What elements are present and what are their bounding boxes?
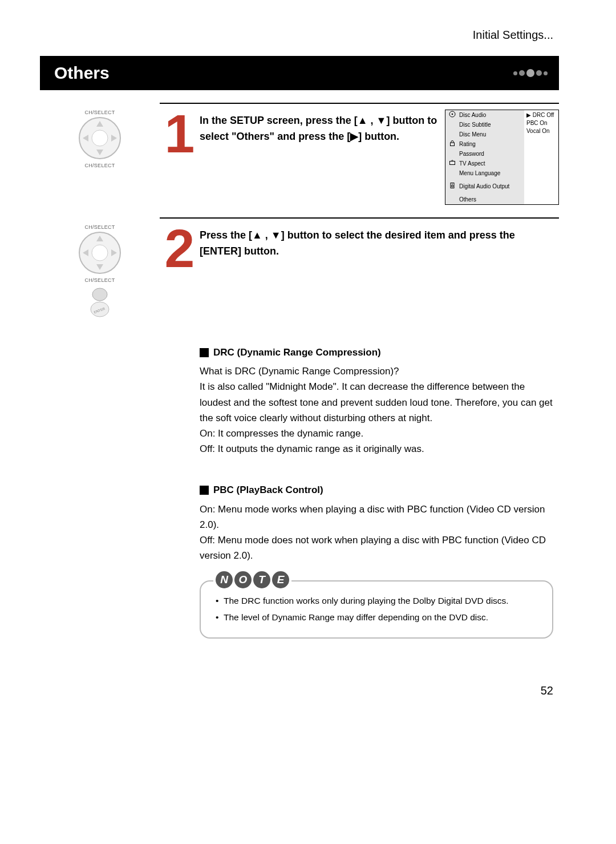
step-number-2: 2 [160, 224, 200, 273]
step-number-1: 1 [160, 110, 200, 159]
dpad-icon [77, 230, 123, 276]
drc-definition: DRC (Dynamic Range Compression) What is … [200, 345, 553, 457]
svg-point-14 [92, 245, 108, 261]
svg-point-12 [452, 184, 453, 185]
enter-button-icon: ENTER [88, 286, 111, 319]
title-bar: Others [40, 56, 559, 90]
remote-illustration-2: CH/SELECT CH/SELECT ENTER [40, 224, 160, 319]
svg-point-1 [92, 130, 108, 146]
pbc-definition: PBC (PlayBack Control) On: Menu mode wor… [200, 482, 553, 563]
svg-point-11 [451, 185, 453, 187]
svg-point-7 [452, 114, 453, 115]
note-box: N O T E The DRC function works only duri… [200, 580, 553, 639]
rule [160, 217, 559, 219]
step-1: CH/SELECT CH/SELECT 1 In the SETUP scree… [40, 110, 559, 205]
step-text-2: Press the [▲ , ▼] button to select the d… [200, 224, 559, 260]
breadcrumb: Initial Settings... [40, 29, 559, 42]
dpad-icon [77, 115, 123, 161]
setup-menu-preview: Disc Audio Disc Subtitle Disc Menu Ratin… [445, 110, 559, 205]
page-number: 52 [40, 684, 559, 697]
note-label: N O T E [213, 571, 291, 588]
decorative-dots [513, 69, 548, 77]
speaker-icon [449, 182, 456, 189]
drc-heading: DRC (Dynamic Range Compression) [200, 345, 553, 360]
page-title: Others [54, 63, 110, 83]
setup-menu-right: ▶ DRC Off PBC On Vocal On [524, 110, 558, 204]
svg-rect-9 [450, 161, 455, 165]
lock-icon [449, 140, 456, 147]
step-text-1: In the SETUP screen, press the [▲ , ▼] b… [200, 110, 445, 145]
pbc-heading: PBC (PlayBack Control) [200, 482, 553, 498]
tv-icon [449, 159, 456, 166]
rule [160, 103, 559, 104]
remote-illustration-1: CH/SELECT CH/SELECT [40, 110, 160, 168]
note-item: The DRC function works only during playi… [214, 594, 538, 608]
disc-icon [449, 111, 456, 118]
svg-rect-8 [451, 143, 455, 146]
note-item: The level of Dynamic Range may differ de… [214, 611, 538, 625]
step-2: CH/SELECT CH/SELECT ENTER 2 Press the [▲… [40, 224, 559, 319]
svg-point-19 [92, 288, 107, 301]
